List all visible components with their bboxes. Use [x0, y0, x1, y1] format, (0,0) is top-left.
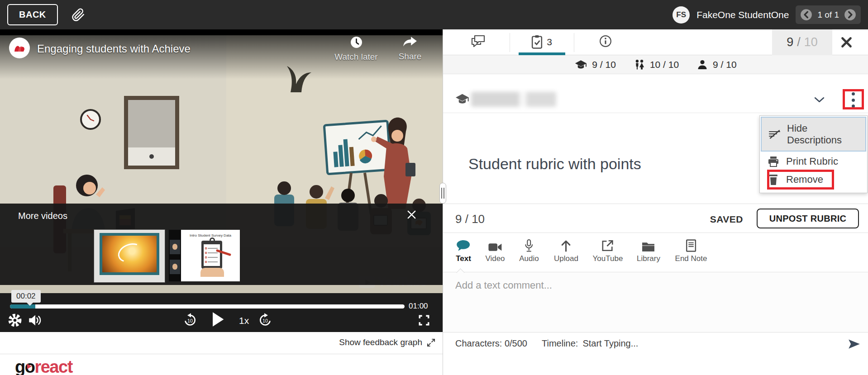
upload-arrow-icon [554, 237, 578, 252]
close-icon [406, 209, 417, 220]
svg-text:10: 10 [262, 318, 268, 323]
arrow-left-icon [800, 9, 812, 21]
video-title[interactable]: Engaging students with Achieve [37, 43, 191, 55]
feedback-panel: 3 9/10 9 / 10 10 / 10 [443, 29, 868, 375]
goreact-logo: goreact [15, 357, 443, 375]
trash-icon [761, 174, 786, 185]
forward-10-icon: 10 [258, 313, 272, 327]
toolbar-audio-button[interactable]: Audio [519, 237, 539, 263]
share-label: Share [385, 52, 435, 62]
more-videos-overlay: More videos Intro Student Survey Data [0, 204, 443, 285]
rubric-title: Student rubric with points [468, 155, 641, 173]
seek-bar[interactable] [10, 304, 405, 309]
student-pager: 1 of 1 [796, 5, 861, 24]
chevron-down-icon [814, 97, 825, 103]
rubric-options-menu: Hide Descriptions Print Rubric Remove [759, 115, 868, 193]
send-comment-button[interactable] [848, 338, 860, 350]
external-link-icon [593, 237, 623, 252]
instructor-score: 9 / 10 [575, 59, 616, 70]
toolbar-video-button[interactable]: Video [485, 237, 505, 263]
back-button[interactable]: BACK [7, 4, 58, 25]
menu-item-label: Print Rubric [786, 156, 852, 167]
previous-student-button[interactable] [800, 9, 812, 21]
toolbar-youtube-button[interactable]: YouTube [593, 237, 623, 263]
printer-icon [761, 157, 786, 167]
people-icon [634, 59, 645, 70]
unpost-rubric-button[interactable]: UNPOST RUBRIC [757, 209, 859, 228]
logo-go: go [15, 357, 34, 375]
rubric-score: 9 / 10 [455, 212, 485, 226]
close-icon [840, 36, 853, 48]
rubric-options-button[interactable] [847, 92, 859, 108]
more-videos-close-button[interactable] [406, 209, 417, 220]
current-time-tooltip: 00:02 [11, 290, 41, 303]
forward-10-button[interactable]: 10 [258, 313, 272, 327]
share-button[interactable]: Share [385, 36, 435, 62]
character-count: Characters: 0/500 [455, 338, 527, 349]
kebab-dot [852, 104, 855, 108]
rubric-collapse-button[interactable] [814, 97, 825, 103]
next-student-button[interactable] [844, 9, 856, 21]
toolbar-end-note-button[interactable]: End Note [675, 237, 707, 263]
tab-comments[interactable] [453, 35, 503, 48]
suggested-video-thumbnail-1[interactable] [94, 229, 165, 283]
clock-icon [331, 36, 381, 48]
svg-text:10: 10 [187, 318, 193, 323]
timeline-hint: Start Typing... [582, 338, 638, 349]
speech-bubble-icon [456, 237, 471, 252]
score-summary-bar: 9 / 10 10 / 10 9 / 10 [443, 55, 868, 74]
timeline-label: Timeline: [542, 338, 578, 349]
fullscreen-button[interactable] [418, 314, 430, 326]
show-feedback-graph-link[interactable]: Show feedback graph [339, 337, 435, 347]
saved-status: SAVED [710, 214, 743, 225]
text-comment-input[interactable] [455, 280, 844, 291]
menu-item-hide-descriptions[interactable]: Hide Descriptions [761, 117, 866, 152]
panel-resize-handle[interactable] [439, 183, 446, 204]
settings-button[interactable] [8, 313, 22, 327]
user-name: FakeOne StudentOne [696, 9, 789, 20]
clipboard-check-icon [531, 35, 543, 49]
gear-icon [8, 313, 22, 327]
comments-icon [471, 35, 485, 48]
play-icon [27, 364, 32, 369]
tab-rubric[interactable]: 3 [517, 35, 567, 49]
toolbar-audio-label: Audio [519, 254, 539, 263]
pager-label: 1 of 1 [817, 10, 839, 20]
watch-later-button[interactable]: Watch later [331, 36, 381, 62]
suggested-video-thumbnail-2[interactable]: Intro Student Survey Data [169, 230, 240, 281]
toolbar-youtube-upload-label: Upload [554, 254, 578, 263]
watch-later-label: Watch later [331, 52, 381, 62]
channel-avatar[interactable] [9, 38, 30, 58]
attachment-button[interactable] [72, 8, 85, 22]
tab-separator [574, 33, 574, 52]
tab-separator [510, 33, 510, 52]
toolbar-library-button[interactable]: Library [637, 237, 660, 263]
play-button[interactable] [211, 312, 224, 327]
info-icon [599, 35, 612, 47]
video-player[interactable]: Engaging students with Achieve Watch lat… [0, 29, 443, 332]
toolbar-text-button[interactable]: Text [456, 237, 471, 263]
toolbar-youtube-label: YouTube [593, 254, 623, 263]
rewind-10-icon: 10 [183, 313, 197, 327]
thumbnail-title: Intro Student Survey Data [181, 233, 240, 237]
menu-item-remove[interactable]: Remove [761, 170, 866, 189]
end-note-icon [675, 237, 707, 252]
rubric-name-redacted [471, 92, 556, 107]
tab-info[interactable] [581, 35, 630, 47]
speaker-icon [28, 313, 43, 327]
panel-tab-bar: 3 9/10 [443, 29, 868, 55]
toolbar-video-label: Video [485, 254, 505, 263]
rewind-10-button[interactable]: 10 [183, 313, 197, 327]
graduation-cap-icon [455, 93, 469, 105]
graduation-cap-icon [575, 60, 587, 70]
video-camera-icon [485, 237, 505, 252]
left-footer: Show feedback graph goreact [0, 332, 443, 375]
panel-close-button[interactable] [840, 36, 853, 48]
peers-score-value: 10 / 10 [650, 59, 679, 70]
self-score-value: 9 / 10 [713, 59, 737, 70]
volume-button[interactable] [28, 313, 43, 327]
menu-item-label: Remove [786, 174, 852, 185]
toolbar-upload-button[interactable]: Upload [554, 237, 578, 263]
playback-speed-button[interactable]: 1x [239, 315, 249, 326]
menu-item-print-rubric[interactable]: Print Rubric [761, 153, 866, 170]
